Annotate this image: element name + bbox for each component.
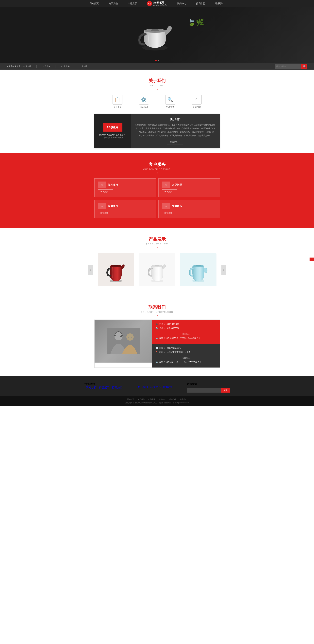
hero-dot-2[interactable] [158,60,159,61]
contact-section: 联系我们 CONCACT INFORMATION [0,298,314,376]
product-kettle-blue-svg [188,256,208,283]
bus-icon-left: 🚌 [156,337,158,339]
footer-link-products[interactable]: - 产品展示 [97,386,110,389]
contact-photo [95,320,152,362]
footer-bottom-link-4[interactable]: 招商加盟 [169,398,177,401]
footer-link-franchise[interactable]: - 招商加盟 [110,386,122,389]
history-label: 发展历程 [192,106,201,109]
carousel-next-arrow[interactable]: › [221,265,226,275]
footer-quick-links-col: 快速链接 - 网站首页 - 产品展示 - 招商加盟 [85,382,122,392]
address-value: 江苏省南京市东城区云成省 [167,351,190,354]
product-item-2[interactable] [180,253,216,286]
customer-card-3: img 维修网点 查看更多 [158,200,220,218]
contact-info-red: 📞 电话： 4008-888-888 🖨️ 传真： 010-00000000 乘… [152,320,220,344]
product-divider-line-right [159,248,169,248]
product-divider-dot [157,247,158,248]
customer-card-2: img 保修条例 查看更多 [94,200,156,218]
footer-search-button[interactable]: 搜索 [221,388,230,392]
about-company-name: 南京市AB模板网科技有限公司 [99,133,126,136]
history-icon: ♡ [192,95,202,104]
customer-card-3-btn[interactable]: 查看更多 [162,211,177,215]
svg-point-8 [155,265,159,266]
ticker-text-1: 1.5元套装 [42,65,51,68]
logo-sub: www.AdminBuy.Cn [153,4,167,6]
about-icon-history[interactable]: ♡ 发展历程 [192,95,202,109]
contact-info-dark: 📧 邮箱： 94004@qq.com 📍 地址： 江苏省南京市东城区云成省 乘车… [152,344,220,368]
contact-block: 📞 电话： 4008-888-888 🖨️ 传真： 010-00000000 乘… [94,320,220,368]
nav-item-home[interactable]: 网站首页 [89,2,99,5]
ticker-text-0: 拓展塞茶天猫店：5.3元套装 [7,65,31,68]
svg-point-11 [196,265,201,266]
svg-point-2 [151,29,159,31]
product-kettle-red-svg [106,256,126,283]
tech-icon: ⚙️ [139,95,149,104]
footer-bottom-link-1[interactable]: 关于我们 [138,398,145,401]
customer-card-2-title: 保修条例 [108,204,118,208]
footer-site-search-col: 站内搜索 搜索 [187,382,230,392]
product-item-0[interactable] [98,253,134,286]
customer-card-1-btn[interactable]: 查看更多 [162,190,177,194]
footer-search-input[interactable] [187,388,221,392]
customer-card-0-top: img 技术支持 [98,182,152,188]
ticker-search-input[interactable] [275,64,301,68]
nav-item-about[interactable]: 关于我们 [109,2,118,5]
product-divider-line-left [145,248,155,248]
customer-card-2-btn[interactable]: 查看更多 [98,211,113,215]
footer-bottom-link-2[interactable]: 产品展示 [148,398,155,401]
bus-info-left: 路线：可乘公交800路、000路、000800路下车 [159,336,200,339]
email-value: 94004@qq.com [167,347,181,349]
ticker-sep-2: | [56,65,56,68]
customer-card-0-title: 技术支持 [108,183,118,186]
footer-link-home[interactable]: - 网站首页 [85,386,97,389]
contact-title-en: CONCACT INFORMATION [0,311,314,313]
carousel-prev-arrow[interactable]: ‹ [88,265,93,275]
customer-card-0-btn[interactable]: 查看更多 [98,190,113,194]
email-label: 邮箱： [159,346,165,349]
footer-search-form: 搜索 [187,388,230,392]
about-left-panel: AB模板网 南京市AB模板网科技有限公司 江苏省南京市出城区云成省 [94,114,131,148]
footer: 快速链接 - 网站首页 - 产品展示 - 招商加盟 x - 关于我们 - 新闻中… [0,376,314,396]
fax-label: 传真： [159,327,165,330]
footer-copyright: Copyright © 2017 Www.AdminBuy.Cn All Rig… [0,402,314,404]
divider-dot [157,89,158,90]
about-icon-tech[interactable]: ⚙️ 核心技术 [139,95,149,109]
ticker-search-form: 🔍 [275,64,307,68]
hero-kettle-image [134,12,176,54]
product-item-1[interactable] [139,253,175,286]
hero-dot-1[interactable] [155,60,157,61]
footer-link-about[interactable]: - 关于我们 [136,386,148,388]
customer-grid: img 技术支持 查看更多 img 常见问题 查看更多 img 保修条例 查看更… [94,178,220,218]
footer-link-news[interactable]: - 新闻中心 [149,386,161,388]
contact-divider [0,315,314,316]
nav-item-products[interactable]: 产品展示 [128,2,137,5]
footer-bottom-link-5[interactable]: 联系我们 [180,398,187,401]
about-block-text: AB模板网是一家专业从事企业管理解决、电子商务运营策划的公司，主要提供专业管理品… [135,123,215,137]
about-more-button[interactable]: 查看更多 → [167,140,183,144]
footer-site-search-title: 站内搜索 [187,382,230,386]
about-icon-culture[interactable]: 📋 企业文化 [113,95,122,109]
logo-circle: AB [147,1,152,6]
svg-point-5 [114,265,118,266]
customer-card-1-img: img [162,182,170,188]
product-title-en: PRODUCT SHOW [0,243,314,245]
customer-divider [0,172,314,174]
contact-phone-row: 📞 电话： 4008-888-888 [156,323,216,326]
nav-item-news[interactable]: 新闻中心 [177,2,186,5]
nav-item-franchise[interactable]: 招商加盟 [196,2,205,5]
ticker-sep-1: | [36,65,37,68]
product-kettle-white-svg [147,256,167,283]
footer-bottom-link-3[interactable]: 新闻中心 [159,398,166,401]
customer-section: 客户服务 CUSTOMER SERVICE img 技术支持 查看更多 img … [0,153,314,228]
footer-link-contact[interactable]: - 联系我们 [161,386,174,388]
about-icon-verify[interactable]: 🔍 防伪查询 [165,95,175,109]
customer-card-3-top: img 维修网点 [162,203,216,210]
about-title-cn: 关于我们 [0,78,314,84]
ticker-search-button[interactable]: 🔍 [301,64,307,68]
footer-bottom-link-0[interactable]: 网站首页 [127,398,134,401]
ticker-text-2: 1.7元套装 [61,65,70,68]
svg-point-15 [114,335,116,336]
nav-item-contact[interactable]: 联系我们 [215,2,225,5]
nav-logo[interactable]: AB AB模板网 www.AdminBuy.Cn [147,1,167,6]
side-float-contact[interactable]: 联系我们 [309,258,314,261]
customer-card-2-img: img [98,203,106,210]
